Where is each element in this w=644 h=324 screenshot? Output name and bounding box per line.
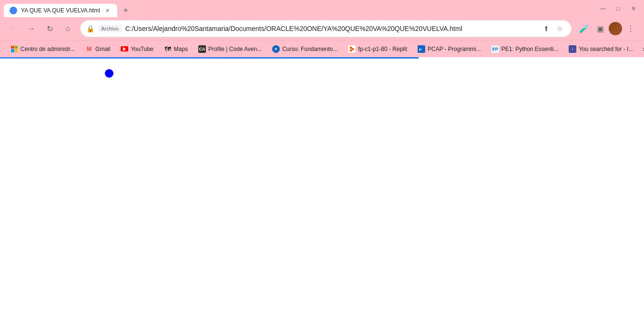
loading-bar [0,57,419,59]
lock-icon: 🔒 [86,25,94,32]
window-controls: — □ ✕ [596,2,640,15]
bookmark-pe1-label: PE1: Python Essenti... [501,46,558,52]
chrome-window: YA QUE VA QUE VUELVA.html ✕ + — □ ✕ ← → … [0,0,644,324]
page-content [0,57,644,324]
replit-icon [348,45,356,53]
tab-close-button[interactable]: ✕ [104,7,112,14]
active-tab[interactable]: YA QUE VA QUE VUELVA.html ✕ [4,4,117,17]
pe1-favicon: EP [491,45,499,53]
searched-favicon: i [569,45,576,53]
svg-point-2 [350,49,352,51]
extensions-button[interactable]: 🧪 [576,21,592,36]
home-button[interactable]: ⌂ [60,21,75,36]
close-button[interactable]: ✕ [627,2,640,15]
bookmark-youtube-label: YouTube [131,46,153,52]
bookmark-gmail[interactable]: M Gmail [81,43,115,55]
maps-favicon: 🗺 [164,45,172,53]
back-button[interactable]: ← [6,21,21,36]
bookmark-codeaventures-label: Profile | Code Aven... [208,46,262,52]
curso-icon [272,45,280,53]
bookmark-centro[interactable]: Centro de administr... [6,43,80,55]
bookmark-replit-label: fp-c1-p1-80 - Replit [358,46,407,52]
bookmark-curso[interactable]: Curso: Fundamento... [267,43,342,55]
address-url: C:/Users/Alejandro%20Santamaria/Document… [125,25,537,32]
youtube-favicon [121,45,128,53]
tab-strip: YA QUE VA QUE VUELVA.html ✕ + [4,0,591,17]
more-menu-button[interactable]: ⋮ [623,21,638,36]
bookmark-pcap-label: PCAP - Programmi... [428,46,481,52]
bookmark-maps-label: Maps [174,46,188,52]
split-view-button[interactable]: ▣ [593,21,608,36]
searched-icon: i [569,45,576,53]
minimize-button[interactable]: — [596,2,610,15]
bookmark-pe1[interactable]: EP PE1: Python Essenti... [487,43,563,55]
pcap-icon: P [418,45,425,53]
microsoft-favicon [10,45,18,53]
profile-avatar[interactable] [609,22,622,35]
tab-label: YA QUE VA QUE VUELVA.html [21,7,100,14]
bookmark-searched[interactable]: i You searched for - l... [564,43,638,55]
svg-text:P: P [419,48,422,52]
bookmark-replit[interactable]: fp-c1-p1-80 - Replit [343,43,412,55]
bookmark-searched-label: You searched for - l... [579,46,633,52]
ms-grid [11,46,18,52]
pe1-icon: EP [491,45,499,53]
curso-favicon [272,45,280,53]
bookmark-pcap[interactable]: P PCAP - Programmi... [413,43,486,55]
navigation-toolbar: ← → ↻ ⌂ 🔒 Archivo C:/Users/Alejandro%20S… [0,17,644,40]
reload-button[interactable]: ↻ [42,21,57,36]
tab-favicon [10,7,17,14]
maps-icon: 🗺 [164,45,171,53]
bookmark-curso-label: Curso: Fundamento... [282,46,337,52]
share-address-button[interactable]: ⬆ [541,23,552,34]
toolbar-right: 🧪 ▣ ⋮ [576,21,638,36]
blue-dot [105,69,113,78]
bookmarks-bar: Centro de administr... M Gmail YouTube 🗺… [0,40,644,57]
gmail-favicon: M [85,45,93,53]
svg-point-0 [350,46,352,49]
protocol-label: Archivo [98,25,122,32]
svg-point-1 [352,48,354,50]
new-tab-button[interactable]: + [119,4,133,17]
title-bar: YA QUE VA QUE VUELVA.html ✕ + — □ ✕ [0,0,644,17]
codeaventures-icon: CA [198,45,206,53]
replit-favicon [348,45,356,53]
bookmark-codeaventures[interactable]: CA Profile | Code Aven... [194,43,266,55]
maximize-button[interactable]: □ [612,2,625,15]
forward-button[interactable]: → [24,21,39,36]
bookmark-maps[interactable]: 🗺 Maps [159,43,193,55]
bookmarks-more-button[interactable]: » [639,43,644,55]
codeaventures-favicon: CA [198,45,206,53]
bookmark-button[interactable]: ☆ [554,23,565,34]
address-bar[interactable]: 🔒 Archivo C:/Users/Alejandro%20Santamari… [80,20,572,37]
bookmark-gmail-label: Gmail [95,46,110,52]
bookmark-centro-label: Centro de administr... [20,46,75,52]
gmail-icon: M [87,46,92,52]
address-actions: ⬆ ☆ [541,23,565,34]
youtube-icon [121,46,128,51]
pcap-favicon: P [418,45,425,53]
bookmark-youtube[interactable]: YouTube [116,43,158,55]
